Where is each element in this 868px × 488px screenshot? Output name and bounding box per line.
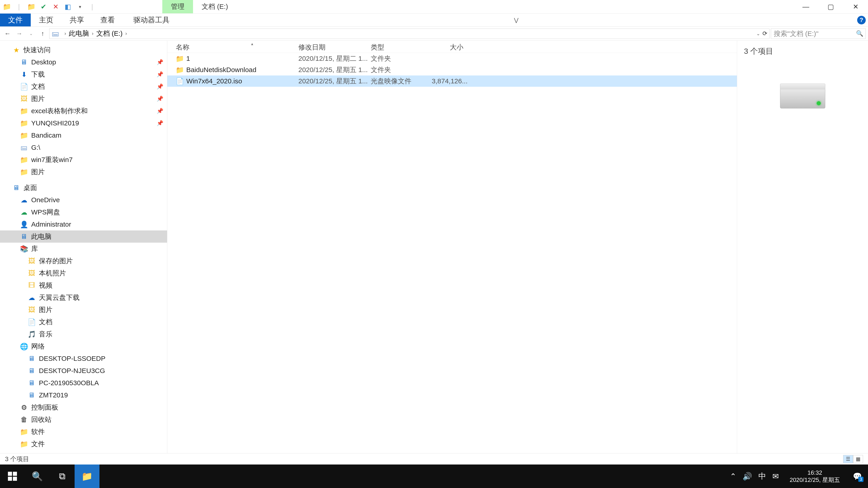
crumb-chevron-icon[interactable]: › bbox=[62, 31, 69, 37]
tray-clock[interactable]: 16:32 2020/12/25, 星期五 bbox=[785, 469, 844, 484]
qat-check-icon[interactable]: ✔ bbox=[39, 3, 48, 11]
nav-saved-pictures[interactable]: 🖼保存的图片 bbox=[0, 255, 167, 267]
crumb-chevron-icon[interactable]: › bbox=[123, 31, 129, 37]
nav-pc1[interactable]: 🖥DESKTOP-LSSOEDP bbox=[0, 352, 167, 365]
column-type[interactable]: 类型 bbox=[371, 43, 432, 52]
nav-software[interactable]: 📁软件 bbox=[0, 426, 167, 438]
file-type: 光盘映像文件 bbox=[371, 76, 432, 86]
nav-up-button[interactable]: ↑ bbox=[37, 29, 48, 39]
address-field[interactable]: 🖴 › 此电脑 › 文档 (E:) › ⌄ ⟳ bbox=[49, 29, 770, 39]
task-view-button[interactable]: ⧉ bbox=[50, 464, 74, 488]
nav-pictures3[interactable]: 🖼图片 bbox=[0, 304, 167, 316]
file-list[interactable]: 名称▴ 修改日期 类型 大小 📁12020/12/15, 星期二 1...文件夹… bbox=[167, 41, 737, 453]
view-details-button[interactable]: ☰ bbox=[843, 455, 853, 463]
help-button[interactable]: ? bbox=[855, 13, 868, 26]
nav-pc2[interactable]: 🖥DESKTOP-NJEU3CG bbox=[0, 365, 167, 377]
column-headers: 名称▴ 修改日期 类型 大小 bbox=[167, 42, 737, 53]
nav-files[interactable]: 📁文件 bbox=[0, 438, 167, 450]
nav-downloads[interactable]: ⬇下载📌 bbox=[0, 68, 167, 80]
column-name[interactable]: 名称▴ bbox=[167, 43, 298, 52]
nav-label: Desktop bbox=[31, 58, 56, 66]
nav-label: 文件 bbox=[31, 440, 45, 449]
nav-pc3[interactable]: 🖥PC-20190530OBLA bbox=[0, 377, 167, 389]
documents-icon: 📄 bbox=[28, 318, 36, 326]
ribbon-tab-drive-tools[interactable]: 驱动器工具 bbox=[125, 13, 178, 26]
search-button[interactable]: 🔍 bbox=[25, 464, 50, 488]
crumb-this-pc[interactable]: 此电脑 bbox=[69, 29, 89, 38]
search-icon[interactable]: 🔍 bbox=[856, 30, 863, 37]
crumb-chevron-icon[interactable]: › bbox=[89, 31, 96, 37]
view-thumbnails-button[interactable]: ▦ bbox=[853, 455, 863, 463]
tray-volume-icon[interactable]: 🔊 bbox=[743, 472, 752, 481]
qat-new-folder-icon[interactable]: 📁 bbox=[27, 3, 35, 11]
nav-video[interactable]: 🎞视频 bbox=[0, 279, 167, 291]
column-date[interactable]: 修改日期 bbox=[298, 43, 371, 52]
crumb-drive-e[interactable]: 文档 (E:) bbox=[96, 29, 123, 38]
preview-item-count: 3 个项目 bbox=[744, 46, 861, 57]
nav-music[interactable]: 🎵音乐 bbox=[0, 328, 167, 340]
search-input[interactable] bbox=[774, 30, 863, 37]
nav-recycle[interactable]: 🗑回收站 bbox=[0, 414, 167, 426]
nav-excel-template[interactable]: 📁excel表格制作求和📌 bbox=[0, 105, 167, 117]
nav-this-pc[interactable]: 🖥此电脑 bbox=[0, 230, 167, 242]
nav-desktop[interactable]: 🖥Desktop📌 bbox=[0, 56, 167, 68]
nav-pc4[interactable]: 🖥ZMT2019 bbox=[0, 389, 167, 401]
file-name: BaiduNetdiskDownload bbox=[186, 66, 256, 74]
nav-back-button[interactable]: ← bbox=[2, 29, 13, 39]
tray-mail-icon[interactable]: ✉ bbox=[772, 472, 779, 481]
nav-pictures2[interactable]: 📁图片 bbox=[0, 166, 167, 178]
nav-bandicam[interactable]: 📁Bandicam bbox=[0, 129, 167, 141]
nav-documents[interactable]: 📄文档📌 bbox=[0, 80, 167, 93]
nav-quick-access[interactable]: ★快速访问 bbox=[0, 44, 167, 56]
qat-dropdown-icon[interactable]: ▾ bbox=[76, 3, 84, 11]
maximize-button[interactable]: ▢ bbox=[818, 0, 843, 13]
refresh-icon[interactable]: ⟳ bbox=[763, 30, 767, 37]
tray-overflow-icon[interactable]: ⌃ bbox=[730, 472, 736, 481]
search-field[interactable]: 🔍 bbox=[771, 29, 866, 39]
nav-forward-button[interactable]: → bbox=[14, 29, 24, 39]
close-button[interactable]: ✕ bbox=[843, 0, 868, 13]
body: ★快速访问 🖥Desktop📌 ⬇下载📌 📄文档📌 🖼图片📌 📁excel表格制… bbox=[0, 41, 868, 453]
pictures-icon: 🖼 bbox=[28, 257, 36, 265]
nav-yunqishi[interactable]: 📁YUNQISHI2019📌 bbox=[0, 117, 167, 129]
file-row[interactable]: 📄Win7x64_2020.iso2020/12/25, 星期五 1...光盘映… bbox=[167, 75, 737, 87]
start-button[interactable] bbox=[0, 464, 25, 488]
nav-library[interactable]: 📚库 bbox=[0, 242, 167, 255]
taskbar-explorer-button[interactable]: 📁 bbox=[74, 464, 99, 488]
file-row[interactable]: 📁BaiduNetdiskDownload2020/12/25, 星期五 1..… bbox=[167, 64, 737, 75]
address-dropdown-icon[interactable]: ⌄ bbox=[756, 31, 760, 36]
navigation-pane[interactable]: ★快速访问 🖥Desktop📌 ⬇下载📌 📄文档📌 🖼图片📌 📁excel表格制… bbox=[0, 41, 167, 453]
nav-label: 此电脑 bbox=[31, 232, 52, 241]
nav-wps[interactable]: ☁WPS网盘 bbox=[0, 206, 167, 218]
nav-label: 文档 bbox=[31, 82, 45, 91]
column-size[interactable]: 大小 bbox=[432, 43, 477, 52]
minimize-button[interactable]: ― bbox=[794, 0, 818, 13]
context-tab-manage[interactable]: 管理 bbox=[162, 0, 193, 13]
nav-gdrive[interactable]: 🖴G:\ bbox=[0, 141, 167, 154]
nav-win7reinstall[interactable]: 📁win7重装win7 bbox=[0, 154, 167, 166]
nav-desktop-root[interactable]: 🖥桌面 bbox=[0, 182, 167, 194]
qat-delete-icon[interactable]: ✕ bbox=[52, 3, 60, 11]
ribbon-tab-home[interactable]: 主页 bbox=[31, 13, 61, 26]
nav-network[interactable]: 🌐网络 bbox=[0, 340, 167, 352]
nav-onedrive[interactable]: ☁OneDrive bbox=[0, 194, 167, 206]
tray-ime-icon[interactable]: 中 bbox=[758, 471, 766, 482]
ribbon-tab-view[interactable]: 查看 bbox=[92, 13, 123, 26]
nav-tianyi[interactable]: ☁天翼云盘下载 bbox=[0, 291, 167, 304]
svg-rect-1 bbox=[13, 472, 17, 476]
nav-pictures[interactable]: 🖼图片📌 bbox=[0, 93, 167, 105]
music-icon: 🎵 bbox=[28, 330, 36, 338]
action-center-button[interactable]: 💬3 bbox=[851, 470, 864, 483]
nav-administrator[interactable]: 👤Administrator bbox=[0, 218, 167, 230]
nav-label: OneDrive bbox=[31, 196, 60, 204]
qat-properties-icon[interactable]: ◧ bbox=[64, 3, 72, 11]
ribbon-tab-share[interactable]: 共享 bbox=[61, 13, 92, 26]
nav-control-panel[interactable]: ⚙控制面板 bbox=[0, 401, 167, 414]
nav-label: 保存的图片 bbox=[39, 256, 73, 266]
ribbon-expand-icon[interactable]: ⋁ bbox=[510, 13, 523, 26]
file-row[interactable]: 📁12020/12/15, 星期二 1...文件夹 bbox=[167, 53, 737, 64]
nav-documents2[interactable]: 📄文档 bbox=[0, 316, 167, 328]
nav-recent-dropdown[interactable]: ⌄ bbox=[26, 29, 36, 39]
nav-local-photos[interactable]: 🖼本机照片 bbox=[0, 267, 167, 279]
ribbon-tab-file[interactable]: 文件 bbox=[0, 13, 31, 26]
